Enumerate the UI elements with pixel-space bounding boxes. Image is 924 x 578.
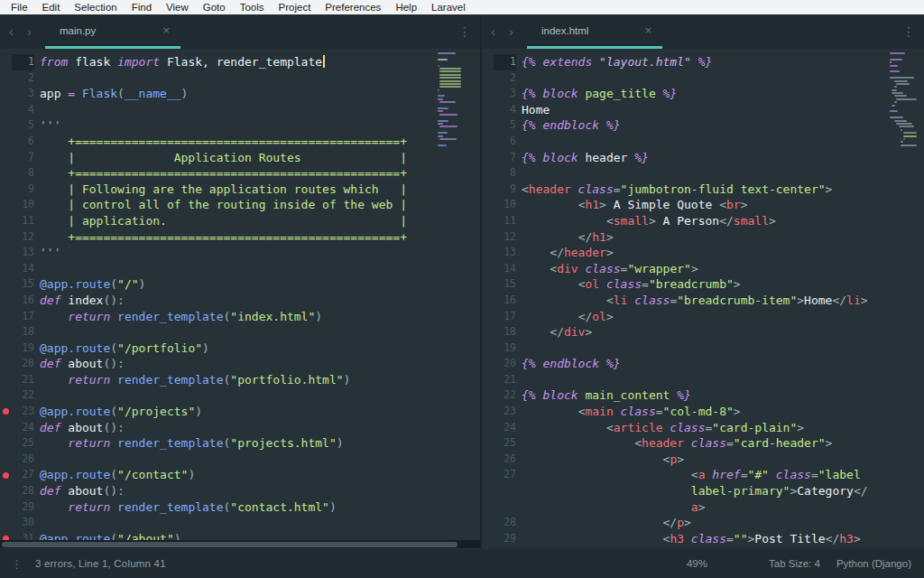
minimap-right[interactable] bbox=[890, 52, 922, 147]
code-line[interactable]: 19@app.route("/portfolio") bbox=[0, 340, 480, 357]
code-text: <h3 class="">Post Title</h3> bbox=[516, 531, 861, 547]
close-icon[interactable]: × bbox=[162, 23, 180, 37]
code-line[interactable]: 23@app.route("/projects") bbox=[0, 404, 480, 420]
code-text: def about(): bbox=[34, 420, 125, 436]
code-line[interactable]: 17 </ol> bbox=[482, 309, 924, 325]
menu-item-preferences[interactable]: Preferences bbox=[318, 0, 388, 14]
menu-item-help[interactable]: Help bbox=[388, 0, 424, 14]
code-line[interactable]: 15 <ol class="breadcrumb"> bbox=[482, 276, 924, 293]
code-line[interactable]: 9<header class="jumbotron-fluid text-cen… bbox=[482, 182, 924, 198]
code-line[interactable]: 18 bbox=[0, 324, 480, 340]
code-line[interactable]: 25 <header class="card-header"> bbox=[482, 435, 924, 452]
history-forward-icon[interactable]: › bbox=[23, 14, 36, 49]
code-line[interactable]: a> bbox=[482, 499, 924, 516]
history-back-icon[interactable]: ‹ bbox=[5, 14, 18, 49]
tab-main-py[interactable]: main.py × bbox=[45, 14, 180, 49]
menu-item-tools[interactable]: Tools bbox=[233, 0, 272, 14]
code-line[interactable]: 24 <article class="card-plain"> bbox=[482, 420, 924, 436]
code-line[interactable]: 26 <p> bbox=[482, 452, 924, 468]
code-line[interactable]: 30 bbox=[0, 515, 480, 531]
code-line[interactable]: 20{% endblock %} bbox=[482, 356, 924, 372]
code-line[interactable]: 18 </div> bbox=[482, 324, 924, 340]
zoom-level[interactable]: 49% bbox=[687, 558, 707, 569]
code-line[interactable]: 27@app.route("/contact") bbox=[0, 467, 480, 483]
code-line[interactable]: 17 return render_template("index.html") bbox=[0, 309, 480, 325]
code-line[interactable]: 28def about(): bbox=[0, 483, 480, 499]
code-line[interactable]: 7{% block header %} bbox=[482, 150, 924, 166]
code-line[interactable]: 3{% block page_title %} bbox=[482, 86, 924, 102]
code-line[interactable]: 29 return render_template("contact.html"… bbox=[0, 499, 480, 516]
code-line[interactable]: 8 bbox=[482, 165, 924, 182]
error-status[interactable]: 3 errors, Line 1, Column 41 bbox=[35, 558, 166, 569]
code-line[interactable]: 22 bbox=[0, 387, 480, 404]
syntax-selector[interactable]: Python (Django) bbox=[836, 558, 911, 569]
code-line[interactable]: 11 | application. | bbox=[0, 213, 480, 229]
code-line[interactable]: 6 bbox=[482, 134, 924, 150]
close-icon[interactable]: × bbox=[644, 23, 662, 37]
menu-item-laravel[interactable]: Laravel bbox=[424, 0, 473, 14]
horizontal-scrollbar[interactable] bbox=[0, 540, 480, 548]
code-text: @app.route("/portfolio") bbox=[34, 340, 209, 357]
code-line[interactable]: 15@app.route("/") bbox=[0, 276, 480, 293]
code-line[interactable]: 26 bbox=[0, 452, 480, 468]
code-line[interactable]: 12 </h1> bbox=[482, 229, 924, 246]
pane-overflow-menu-icon[interactable]: ⋮ bbox=[893, 24, 924, 39]
code-line[interactable]: 21 return render_template("portfolio.htm… bbox=[0, 372, 480, 388]
code-line[interactable]: 13 </header> bbox=[482, 245, 924, 261]
editor-left[interactable]: 1from flask import Flask, render_templat… bbox=[0, 49, 480, 549]
code-line[interactable]: 19 bbox=[482, 340, 924, 357]
menu-item-project[interactable]: Project bbox=[272, 0, 319, 14]
code-line[interactable]: 2 bbox=[482, 70, 924, 87]
pane-overflow-menu-icon[interactable]: ⋮ bbox=[449, 24, 480, 39]
editor-right[interactable]: 1{% extends "layout.html" %}23{% block p… bbox=[482, 49, 924, 549]
tab-size-indicator[interactable]: Tab Size: 4 bbox=[769, 558, 820, 569]
history-forward-icon[interactable]: › bbox=[504, 14, 518, 49]
code-line[interactable]: 7 | Application Routes | bbox=[0, 150, 480, 166]
menu-item-goto[interactable]: Goto bbox=[196, 0, 233, 14]
code-line[interactable]: 10 | control all of the routing inside o… bbox=[0, 197, 480, 213]
menu-item-find[interactable]: Find bbox=[125, 0, 159, 14]
code-line[interactable]: 20def about(): bbox=[0, 356, 480, 372]
menu-item-file[interactable]: File bbox=[4, 0, 35, 14]
code-line[interactable]: 5''' bbox=[0, 117, 480, 134]
code-line[interactable]: 16 <li class="breadcrumb-item">Home</li> bbox=[482, 293, 924, 309]
line-number: 14 bbox=[12, 261, 34, 277]
code-line[interactable]: 2 bbox=[0, 70, 480, 87]
code-line[interactable]: 13''' bbox=[0, 245, 480, 261]
code-line[interactable]: 9 | Following are the application routes… bbox=[0, 182, 480, 198]
code-line[interactable]: label-primary">Category</ bbox=[482, 483, 924, 499]
code-line[interactable]: 8 +=====================================… bbox=[0, 165, 480, 182]
code-line[interactable]: 29 <h3 class="">Post Title</h3> bbox=[482, 531, 924, 547]
code-line[interactable]: 14 bbox=[0, 261, 480, 277]
history-back-icon[interactable]: ‹ bbox=[486, 14, 500, 49]
code-line[interactable]: 4Home bbox=[482, 102, 924, 118]
code-line[interactable]: 23 <main class="col-md-8"> bbox=[482, 404, 924, 420]
menu-item-view[interactable]: View bbox=[159, 0, 196, 14]
minimap-left[interactable] bbox=[438, 52, 463, 147]
code-text: ''' bbox=[34, 117, 60, 134]
code-line[interactable]: 1{% extends "layout.html" %} bbox=[482, 54, 924, 70]
code-line[interactable]: 12 +====================================… bbox=[0, 229, 480, 246]
code-line[interactable]: 5{% endblock %} bbox=[482, 117, 924, 134]
menu-item-selection[interactable]: Selection bbox=[67, 0, 124, 14]
code-line[interactable]: 16def index(): bbox=[0, 293, 480, 309]
code-line[interactable]: 11 <small> A Person</small> bbox=[482, 213, 924, 229]
menu-item-edit[interactable]: Edit bbox=[35, 0, 68, 14]
status-menu-icon[interactable]: ⋮ bbox=[0, 557, 35, 571]
code-line[interactable]: 27 <a href="#" class="label bbox=[482, 467, 924, 483]
code-line[interactable]: 14 <div class="wrapper"> bbox=[482, 261, 924, 277]
code-line[interactable]: 25 return render_template("projects.html… bbox=[0, 435, 480, 452]
code-line[interactable]: 6 +=====================================… bbox=[0, 134, 480, 150]
scrollbar-thumb[interactable] bbox=[2, 542, 457, 547]
code-line[interactable]: 1from flask import Flask, render_templat… bbox=[0, 54, 480, 70]
code-line[interactable]: 10 <h1> A Simple Quote <br> bbox=[482, 197, 924, 213]
code-line[interactable]: 21 bbox=[482, 372, 924, 388]
code-line[interactable]: 4 bbox=[0, 102, 480, 118]
code-line[interactable]: 28 </p> bbox=[482, 515, 924, 531]
code-line[interactable]: 22{% block main_content %} bbox=[482, 387, 924, 404]
text-cursor bbox=[323, 55, 325, 68]
tab-index-html[interactable]: index.html × bbox=[527, 14, 662, 49]
code-line[interactable]: 24def about(): bbox=[0, 420, 480, 436]
line-number: 24 bbox=[494, 420, 516, 436]
code-line[interactable]: 3app = Flask(__name__) bbox=[0, 86, 480, 102]
